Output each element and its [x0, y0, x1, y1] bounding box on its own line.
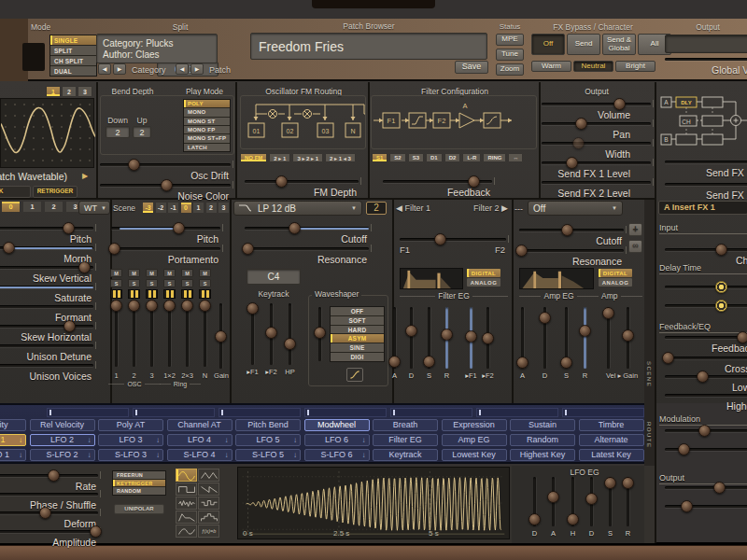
mod-source-cell[interactable]: Highest Key↓: [510, 449, 575, 461]
slider-knob[interactable]: [662, 352, 674, 364]
filter-eg-digital-button[interactable]: DIGITAL: [467, 269, 500, 277]
osc-octave[interactable]: 1: [22, 201, 42, 213]
mode-option[interactable]: CH SPLIT: [50, 56, 96, 65]
tab-scene[interactable]: SCENE: [646, 347, 652, 401]
lfo-trigger-list[interactable]: FREERUNKEYTRIGGERRANDOM: [112, 470, 166, 496]
fm-mode-option[interactable]: 2 ▸ 1: [269, 153, 290, 162]
mixer-fader[interactable]: [146, 301, 158, 367]
slider-knob[interactable]: [604, 477, 616, 489]
save-button[interactable]: Save: [455, 61, 488, 74]
filter-config-option[interactable]: S3: [408, 153, 424, 162]
slider-knob[interactable]: [698, 425, 711, 437]
slider-knob[interactable]: [405, 325, 417, 337]
slider-knob[interactable]: [681, 500, 693, 512]
slider-knob[interactable]: [48, 469, 60, 482]
slider-knob[interactable]: [622, 329, 634, 342]
mod-source-cell[interactable]: Alternate↓: [579, 434, 644, 446]
osc-tab[interactable]: 3: [78, 86, 92, 97]
filter-config-option[interactable]: ↔: [508, 153, 523, 162]
filter1-type-dropdown[interactable]: LP 12 dB ▼: [233, 201, 362, 216]
slider-knob[interactable]: [529, 513, 541, 525]
send-fx1-return-slider[interactable]: Send FX 1 Return: [665, 156, 747, 178]
fader-knob[interactable]: [181, 300, 193, 312]
lfo-shape-mseg[interactable]: [176, 525, 197, 538]
mod-source-cell[interactable]: Channel AT: [167, 419, 233, 431]
wavetable-name-row[interactable]: (Patch Wavetable) ▶: [0, 169, 94, 184]
mute-button[interactable]: M: [199, 269, 211, 277]
fx-highcut-slider[interactable]: Highcut: [665, 389, 747, 412]
slider-knob[interactable]: [465, 330, 477, 343]
bend-down-value[interactable]: 2: [106, 126, 130, 138]
mod-source-cell[interactable]: Modwheel: [304, 419, 370, 431]
lfo-eg-delay-slider[interactable]: D: [529, 477, 541, 526]
mod-source-cell[interactable]: S-LFO 6↓: [304, 449, 370, 461]
filter2-type-dropdown[interactable]: Off ▼: [528, 201, 623, 216]
mod-source-cell[interactable]: S-LFO 1↓: [0, 449, 26, 461]
osc-unison-voices-slider[interactable]: Unison Voices: [0, 359, 93, 382]
waveshaper-drive-slider[interactable]: [314, 307, 326, 361]
mod-amount-cell[interactable]: [304, 408, 387, 417]
slider-knob[interactable]: [585, 493, 598, 505]
lfo-shape-triangle[interactable]: [198, 469, 219, 482]
scene-octave[interactable]: 0: [180, 202, 192, 214]
filter1-nav[interactable]: ◀ Filter 1: [396, 203, 430, 213]
next-patch-button[interactable]: ▶: [190, 63, 204, 75]
fm-mode-option[interactable]: NO FM: [240, 153, 267, 162]
keytrack-f2-slider[interactable]: ▸F2: [265, 303, 277, 365]
mod-source-cell[interactable]: Poly AT: [98, 419, 163, 431]
fm-mode-option[interactable]: 2 ▸ 1 ◂ 3: [325, 153, 356, 162]
fm-depth-slider[interactable]: FM Depth: [245, 175, 359, 198]
slider-knob[interactable]: [289, 222, 301, 234]
next-wavetable-button[interactable]: ▶: [82, 172, 88, 180]
lfo-eg-release-slider[interactable]: R: [622, 477, 634, 526]
fx-bypass-option[interactable]: Off: [531, 34, 565, 55]
mode-option[interactable]: DUAL: [50, 66, 96, 76]
filter-config-option[interactable]: RING: [483, 153, 506, 162]
vel-to-gain-slider[interactable]: [602, 307, 614, 369]
filter2-resonance-slider[interactable]: Resonance: [519, 245, 624, 267]
aeg-attack-slider[interactable]: A: [516, 307, 529, 369]
filter-feedback-slider[interactable]: Feedback: [383, 175, 492, 198]
mod-source-cell[interactable]: S-LFO 5↓: [235, 449, 301, 461]
fader-knob[interactable]: [163, 300, 176, 312]
solo-button[interactable]: S: [199, 279, 211, 287]
slider-knob[interactable]: [247, 302, 259, 315]
waveshaper-type-option[interactable]: DIGI: [331, 353, 384, 361]
slider-knob[interactable]: [265, 327, 277, 339]
waveshaper-type-option[interactable]: SOFT: [331, 316, 384, 325]
fader-knob[interactable]: [110, 300, 122, 312]
slider-knob[interactable]: [575, 118, 587, 130]
mod-source-cell[interactable]: Timbre: [579, 419, 644, 431]
lfo-waveform-display[interactable]: 0 s 2.5 s 5 s: [237, 467, 510, 539]
next-category-button[interactable]: ▶: [113, 63, 126, 75]
filter1-resonance-slider[interactable]: Resonance: [245, 243, 369, 265]
feg-to-f2-slider[interactable]: ▸F2: [482, 307, 494, 369]
amp-eg-digital-button[interactable]: DIGITAL: [599, 269, 632, 277]
play-mode-option[interactable]: MONO: [184, 108, 230, 116]
waveshaper-preview-button[interactable]: [346, 368, 363, 382]
slider-knob[interactable]: [539, 312, 551, 324]
scene-octave[interactable]: 1: [192, 202, 204, 214]
play-mode-option[interactable]: MONO FP: [184, 126, 230, 133]
lfo-shape-square[interactable]: [176, 483, 197, 496]
osc-tabs[interactable]: 123: [46, 86, 92, 97]
category-author-box[interactable]: Category: Plucks Author: Claes: [96, 34, 218, 63]
mod-source-cell[interactable]: S-LFO 2↓: [30, 449, 95, 461]
fm-mode-row[interactable]: NO FM2 ▸ 13 ▸ 2 ▸ 12 ▸ 1 ◂ 3: [240, 153, 356, 162]
fx-mod-depth-slider[interactable]: [665, 443, 747, 466]
slider-knob[interactable]: [560, 357, 572, 369]
global-volume-slider[interactable]: Global Volume: [665, 53, 747, 76]
filter-config-option[interactable]: D1: [426, 153, 443, 162]
lfo-eg-decay-slider[interactable]: D: [585, 477, 598, 526]
filter2-nav[interactable]: Filter 2 ▶: [452, 203, 508, 213]
mod-source-cell[interactable]: Sustain: [510, 419, 575, 431]
slider-knob[interactable]: [482, 332, 494, 344]
prev-patch-button[interactable]: ◀: [176, 63, 189, 75]
osc-waveform-display[interactable]: [0, 98, 94, 168]
mixer-fader[interactable]: [199, 301, 211, 367]
scene-octave[interactable]: -1: [167, 202, 179, 214]
slider-knob[interactable]: [388, 356, 401, 368]
mod-source-cell[interactable]: LFO 5↓: [235, 434, 301, 446]
play-mode-option[interactable]: MONO ST+FP: [184, 134, 230, 142]
solo-button[interactable]: S: [110, 279, 122, 287]
